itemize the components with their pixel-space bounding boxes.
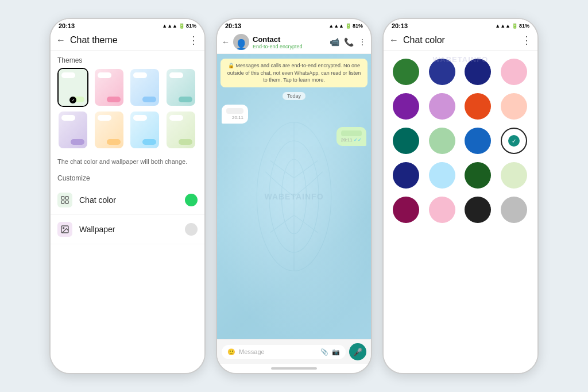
theme-swatch-8[interactable] — [165, 110, 196, 149]
time-right: 20:13 — [392, 22, 408, 29]
time-center: 20:13 — [225, 22, 241, 29]
color-pale-green[interactable] — [501, 162, 527, 189]
battery-pct-c: 81% — [353, 23, 363, 29]
msg-text-2 — [341, 130, 362, 136]
menu-item-chat-color[interactable]: Chat color — [51, 186, 204, 215]
center-screen: 20:13 ▲▲▲ 🔋 81% ← Contact End-to-end enc… — [217, 19, 371, 373]
emoji-icon[interactable]: 🙂 — [227, 348, 235, 356]
message-left: 20:11 — [222, 105, 248, 124]
battery-icon: 🔋 — [179, 23, 185, 29]
back-button-center[interactable]: ← — [222, 37, 230, 47]
battery-pct-left: 81% — [186, 23, 196, 29]
svg-rect-2 — [61, 201, 64, 204]
color-maroon[interactable] — [393, 197, 419, 223]
msg-time-1: 20:11 — [226, 115, 243, 120]
e2e-notice[interactable]: 🔒 Messages and calls are end-to-end encr… — [220, 59, 368, 87]
color-dark-green[interactable] — [465, 162, 491, 189]
home-indicator-center — [217, 364, 371, 373]
back-button-right[interactable]: ← — [389, 35, 399, 45]
app-bar-right: ← Chat color ⋮ — [384, 30, 537, 51]
chat-color-icon — [57, 193, 72, 207]
time-left: 20:13 — [59, 22, 75, 29]
wallpaper-icon — [57, 222, 72, 237]
color-lavender[interactable] — [429, 93, 455, 120]
theme-swatch-5[interactable] — [57, 110, 88, 149]
home-indicator-left — [51, 373, 204, 374]
status-bar-right: 20:13 ▲▲▲ 🔋 81% — [384, 19, 537, 30]
color-charcoal[interactable] — [465, 197, 491, 223]
right-screen: 20:13 ▲▲▲ 🔋 81% ← Chat color ⋮ WABETAINF… — [384, 19, 537, 373]
signal-icon-r: ▲▲▲ — [495, 23, 510, 29]
more-options-icon[interactable]: ⋮ — [358, 37, 366, 47]
battery-pct-r: 81% — [519, 23, 529, 29]
selected-indicator-1 — [69, 97, 76, 103]
msg-text-1 — [226, 108, 243, 114]
signal-icon: ▲▲▲ — [162, 23, 177, 29]
camera-icon[interactable]: 📷 — [332, 348, 340, 356]
chat-input-box[interactable]: 🙂 Message 📎 📷 — [222, 345, 346, 359]
svg-rect-0 — [61, 197, 64, 199]
input-placeholder: Message — [239, 348, 317, 355]
theme-swatch-7[interactable] — [129, 110, 160, 149]
color-navy[interactable] — [429, 59, 455, 85]
chat-app-bar: ← Contact End-to-end encrypted 📹 📞 ⋮ — [217, 30, 371, 54]
status-bar-center: 20:13 ▲▲▲ 🔋 81% — [217, 19, 371, 30]
phones-container: 20:13 ▲▲▲ 🔋 81% ← Chat theme ⋮ Themes — [38, 6, 550, 386]
color-peach[interactable] — [501, 93, 527, 120]
voice-call-icon[interactable]: 📞 — [344, 37, 354, 47]
wallpaper-label: Wallpaper — [79, 225, 185, 234]
theme-swatch-6[interactable] — [94, 110, 125, 149]
page-title-left: Chat theme — [70, 35, 188, 45]
battery-icon-r: 🔋 — [512, 23, 518, 29]
color-white-selected[interactable]: ✓ — [501, 128, 527, 154]
app-bar-left: ← Chat theme ⋮ — [51, 30, 204, 51]
msg-time-2: 20:11 ✓✓ — [341, 137, 362, 143]
chat-action-icons: 📹 📞 ⋮ — [330, 37, 366, 47]
svg-point-5 — [63, 228, 64, 229]
phone-center: 20:13 ▲▲▲ 🔋 81% ← Contact End-to-end enc… — [216, 18, 372, 374]
color-silver[interactable] — [501, 197, 527, 223]
mic-button[interactable]: 🎤 — [349, 343, 366, 360]
avatar — [233, 34, 249, 50]
color-pink-light[interactable] — [501, 59, 527, 85]
status-icons-center: ▲▲▲ 🔋 81% — [328, 23, 363, 29]
theme-swatch-3[interactable] — [129, 68, 160, 107]
themes-grid — [51, 68, 204, 154]
attach-icon[interactable]: 📎 — [320, 348, 328, 356]
chat-body: WABETAINFO 🔒 Messages and calls are end-… — [217, 54, 371, 339]
color-sky[interactable] — [429, 162, 455, 189]
color-grid: ✓ — [384, 51, 537, 231]
wallpaper-badge — [185, 223, 198, 236]
status-icons-right: ▲▲▲ 🔋 81% — [495, 23, 529, 29]
svg-rect-1 — [65, 197, 68, 199]
chat-input-bar: 🙂 Message 📎 📷 🎤 — [217, 339, 371, 364]
theme-swatch-1[interactable] — [57, 68, 88, 107]
status-icons-left: ▲▲▲ 🔋 81% — [162, 23, 196, 29]
more-button-right[interactable]: ⋮ — [521, 34, 532, 47]
color-blue-mid[interactable] — [465, 128, 491, 154]
color-mint[interactable] — [429, 128, 455, 154]
color-green-dark[interactable] — [393, 59, 419, 85]
page-title-right: Chat color — [403, 35, 521, 45]
date-badge: Today — [283, 92, 305, 100]
color-dark-blue[interactable] — [465, 59, 491, 85]
customize-label: Customize — [51, 172, 204, 186]
color-coral[interactable] — [465, 93, 491, 120]
color-navy2[interactable] — [393, 162, 419, 189]
back-button-left[interactable]: ← — [56, 35, 65, 45]
contact-name: Contact — [253, 35, 326, 44]
theme-swatch-2[interactable] — [94, 68, 125, 107]
menu-item-wallpaper[interactable]: Wallpaper — [51, 215, 204, 244]
theme-swatch-4[interactable] — [165, 68, 196, 107]
phone-left: 20:13 ▲▲▲ 🔋 81% ← Chat theme ⋮ Themes — [49, 18, 206, 374]
chat-color-badge — [185, 194, 198, 206]
color-purple[interactable] — [393, 93, 419, 120]
color-teal-dark[interactable] — [393, 128, 419, 154]
video-call-icon[interactable]: 📹 — [330, 37, 339, 47]
battery-icon-c: 🔋 — [345, 23, 351, 29]
phone-right: 20:13 ▲▲▲ 🔋 81% ← Chat color ⋮ WABETAINF… — [382, 18, 539, 374]
color-rose[interactable] — [429, 197, 455, 223]
more-button-left[interactable]: ⋮ — [188, 34, 199, 47]
left-screen: 20:13 ▲▲▲ 🔋 81% ← Chat theme ⋮ Themes — [51, 19, 204, 373]
theme-description: The chat color and wallpaper will both c… — [51, 154, 204, 172]
